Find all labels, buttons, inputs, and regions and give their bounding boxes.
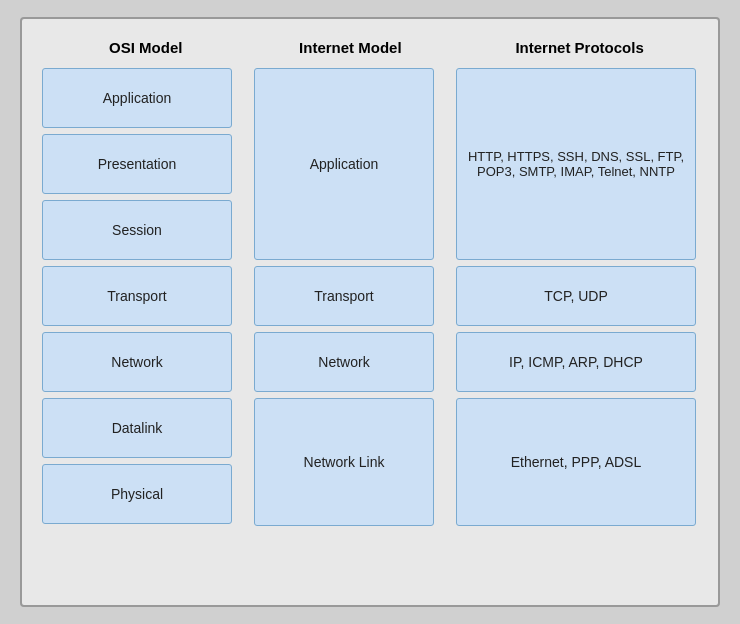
protocols-column: HTTP, HTTPS, SSH, DNS, SSL, FTP, POP3, S… [456,68,696,585]
column-headers: OSI Model Internet Model Internet Protoc… [42,39,698,56]
osi-column: Application Presentation Session Transpo… [42,68,232,585]
diagram-container: OSI Model Internet Model Internet Protoc… [20,17,720,607]
osi-network: Network [42,332,232,392]
protocol-transport: TCP, UDP [456,266,696,326]
osi-physical: Physical [42,464,232,524]
columns-body: Application Presentation Session Transpo… [42,68,698,585]
osi-application: Application [42,68,232,128]
osi-presentation: Presentation [42,134,232,194]
protocol-network-link: Ethernet, PPP, ADSL [456,398,696,526]
protocols-header: Internet Protocols [461,39,698,56]
im-transport: Transport [254,266,434,326]
internet-model-column: Application Transport Network Network Li… [254,68,434,585]
protocol-application: HTTP, HTTPS, SSH, DNS, SSL, FTP, POP3, S… [456,68,696,260]
im-network: Network [254,332,434,392]
im-application: Application [254,68,434,260]
osi-transport: Transport [42,266,232,326]
protocol-network: IP, ICMP, ARP, DHCP [456,332,696,392]
internet-model-header: Internet Model [262,39,440,56]
osi-header: OSI Model [52,39,240,56]
im-network-link: Network Link [254,398,434,526]
osi-datalink: Datalink [42,398,232,458]
osi-session: Session [42,200,232,260]
